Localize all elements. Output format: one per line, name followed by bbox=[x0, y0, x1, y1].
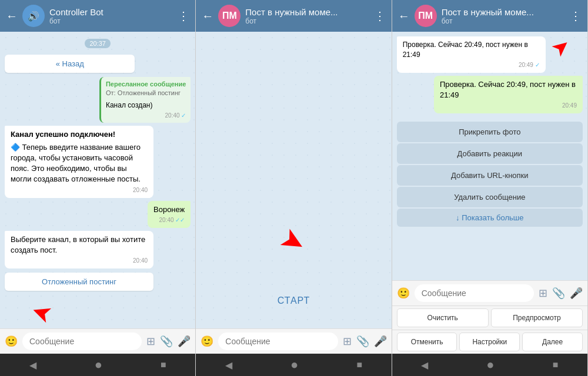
message-input-3[interactable] bbox=[415, 284, 534, 302]
attach-icon-2[interactable]: 📎 bbox=[356, 335, 369, 348]
nav-home-icon-3[interactable]: ● bbox=[486, 357, 494, 372]
attach-icon[interactable]: 📎 bbox=[160, 335, 173, 348]
start-button[interactable]: СТАРТ bbox=[278, 296, 310, 306]
nav-back-icon-3[interactable]: ◀ bbox=[421, 360, 428, 371]
message-input[interactable] bbox=[22, 333, 142, 350]
panel2-header: ← ПМ Пост в нужный моме... бот ⋮ bbox=[196, 0, 391, 32]
check-msg-text-top: Проверка. Сейчас 20:49, пост нужен в 21:… bbox=[403, 40, 540, 60]
check-icon-3: ✓ bbox=[535, 62, 540, 68]
panel3-input-bar: 🙂 ⊞ 📎 🎤 bbox=[392, 280, 587, 306]
header-subtitle-2: бот bbox=[245, 17, 369, 25]
panel2-bottom-nav: ◀ ● ■ bbox=[196, 354, 391, 376]
sticker-icon[interactable]: ⊞ bbox=[146, 335, 155, 348]
check-icon: ✓ bbox=[181, 112, 186, 119]
menu-dots[interactable]: ⋮ bbox=[178, 9, 189, 23]
panel3-chat-body: Проверка. Сейчас 20:49, пост нужен в 21:… bbox=[392, 32, 587, 118]
check-msg-text: Проверка. Сейчас 20:49, пост нужен в 21:… bbox=[440, 79, 577, 100]
time-badge: 20:37 bbox=[85, 39, 111, 48]
avatar-2: ПМ bbox=[218, 5, 240, 27]
forwarded-message: Пересланное сообщение От: Отложенный пос… bbox=[99, 77, 191, 123]
msg-body-text: 🔷 Теперь введите название вашего города,… bbox=[11, 142, 148, 185]
panel1-bottom-nav: ◀ ● ■ bbox=[0, 354, 195, 376]
red-arrow-3: ➤ bbox=[546, 32, 576, 62]
mic-icon[interactable]: 🎤 bbox=[178, 335, 191, 348]
header-info-2: Пост в нужный моме... бот bbox=[245, 7, 369, 25]
nav-home-icon[interactable]: ● bbox=[95, 357, 102, 372]
msg-time: 20:40 ✓ bbox=[106, 112, 186, 120]
select-channel-msg: Выберите канал, в который вы хотите созд… bbox=[5, 231, 153, 268]
attach-icon-3[interactable]: 📎 bbox=[552, 287, 565, 300]
back-button-3[interactable]: ← bbox=[398, 9, 410, 23]
avatar-3: ПМ bbox=[415, 5, 437, 27]
msg-time-5: 20:49 ✓ bbox=[403, 61, 540, 69]
header-title-2: Пост в нужный моме... bbox=[245, 7, 339, 17]
sticker-icon-3[interactable]: ⊞ bbox=[539, 287, 547, 300]
menu-add-url[interactable]: Добавить URL-кнопки bbox=[397, 165, 583, 186]
panel2-center: ➤ СТАРТ bbox=[201, 36, 386, 324]
nav-square-icon-3[interactable]: ■ bbox=[553, 360, 559, 370]
settings-button[interactable]: Настройки bbox=[459, 333, 520, 351]
msg-time-2: 20:40 bbox=[11, 186, 148, 194]
back-button[interactable]: ← bbox=[6, 9, 18, 23]
panel-1: ← 🔊 Controller Bot бот ⋮ 20:37 « Назад П… bbox=[0, 0, 196, 376]
nav-back-icon-2[interactable]: ◀ bbox=[225, 360, 232, 371]
check-msg-outgoing: Проверка. Сейчас 20:49, пост нужен в 21:… bbox=[434, 76, 583, 113]
nav-square-icon-2[interactable]: ■ bbox=[356, 360, 362, 370]
menu-dots-2[interactable]: ⋮ bbox=[374, 9, 386, 23]
sticker-icon-2[interactable]: ⊞ bbox=[343, 335, 352, 348]
emoji-icon-2[interactable]: 🙂 bbox=[201, 335, 213, 348]
channel-connected-msg: Канал успешно подключен! 🔷 Теперь введит… bbox=[5, 126, 153, 198]
panel-3: ← ПМ Пост в нужный моме... бот ⋮ Проверк… bbox=[392, 0, 588, 376]
show-more-button[interactable]: ↓ Показать больше bbox=[397, 209, 583, 227]
panel1-chat-body: 20:37 « Назад Пересланное сообщение От: … bbox=[0, 32, 195, 328]
msg-time-6: 20:49 bbox=[440, 102, 577, 110]
delayed-posting-button[interactable]: Отложенный постинг bbox=[5, 273, 153, 291]
forwarded-from: От: Отложенный постинг bbox=[106, 89, 186, 98]
panel3-bottom-nav: ◀ ● ■ bbox=[392, 354, 587, 376]
forwarded-text: Канал создан) bbox=[106, 100, 186, 110]
header-subtitle-3: бот bbox=[442, 17, 565, 25]
menu-delete-message[interactable]: Удалить сообщение bbox=[397, 187, 583, 207]
menu-add-reactions[interactable]: Добавить реакции bbox=[397, 143, 583, 164]
menu-attach-photo[interactable]: Прикрепить фото bbox=[397, 122, 583, 142]
select-channel-text: Выберите канал, в который вы хотите созд… bbox=[11, 234, 148, 256]
red-arrow-2: ➤ bbox=[275, 220, 313, 261]
panel3-header: ← ПМ Пост в нужный моме... бот ⋮ bbox=[392, 0, 587, 32]
emoji-icon[interactable]: 🙂 bbox=[5, 335, 18, 348]
nav-back-icon[interactable]: ◀ bbox=[29, 360, 36, 371]
mic-icon-3[interactable]: 🎤 bbox=[570, 287, 583, 300]
forwarded-label: Пересланное сообщение bbox=[106, 80, 186, 89]
panel1-input-bar: 🙂 ⊞ 📎 🎤 bbox=[0, 328, 195, 354]
check-msg-incoming-top: Проверка. Сейчас 20:49, пост нужен в 21:… bbox=[397, 36, 546, 73]
action-row-2: Отменить Настройки Далее bbox=[392, 330, 587, 354]
voronezh-text: Воронеж bbox=[153, 205, 185, 214]
message-input-2[interactable] bbox=[218, 333, 338, 350]
menu-dots-3[interactable]: ⋮ bbox=[570, 9, 582, 23]
voronezh-msg: Воронеж 20:40 ✓✓ bbox=[148, 201, 191, 228]
cancel-button[interactable]: Отменить bbox=[397, 333, 457, 351]
panel2-input-bar: 🙂 ⊞ 📎 🎤 bbox=[196, 328, 391, 354]
header-subtitle: бот bbox=[49, 17, 173, 25]
back-button-2[interactable]: ← bbox=[202, 9, 213, 23]
action-row-1: Очистить Предпросмотр bbox=[392, 306, 587, 330]
panel-2: ← ПМ Пост в нужный моме... бот ⋮ ➤ СТАРТ… bbox=[196, 0, 392, 376]
nav-home-icon-2[interactable]: ● bbox=[290, 357, 298, 372]
clear-button[interactable]: Очистить bbox=[397, 308, 489, 327]
avatar: 🔊 bbox=[22, 5, 45, 27]
nav-square-icon[interactable]: ■ bbox=[161, 360, 166, 370]
panel1-header: ← 🔊 Controller Bot бот ⋮ bbox=[0, 0, 195, 32]
check-icon-2: ✓✓ bbox=[175, 217, 185, 223]
msg-time-4: 20:40 bbox=[11, 257, 148, 265]
header-title: Controller Bot bbox=[49, 7, 143, 17]
emoji-icon-3[interactable]: 🙂 bbox=[397, 287, 410, 300]
preview-button[interactable]: Предпросмотр bbox=[491, 308, 583, 327]
panel3-menu: Прикрепить фото Добавить реакции Добавит… bbox=[392, 118, 587, 280]
panel2-chat-body: ➤ СТАРТ bbox=[196, 32, 391, 328]
back-chat-button[interactable]: « Назад bbox=[5, 55, 135, 73]
mic-icon-2[interactable]: 🎤 bbox=[374, 335, 387, 348]
next-button[interactable]: Далее bbox=[522, 333, 583, 351]
header-title-3: Пост в нужный моме... bbox=[442, 7, 536, 17]
msg-time-3: 20:40 ✓✓ bbox=[153, 216, 185, 224]
header-info-3: Пост в нужный моме... бот bbox=[442, 7, 565, 25]
header-info: Controller Bot бот bbox=[49, 7, 173, 25]
